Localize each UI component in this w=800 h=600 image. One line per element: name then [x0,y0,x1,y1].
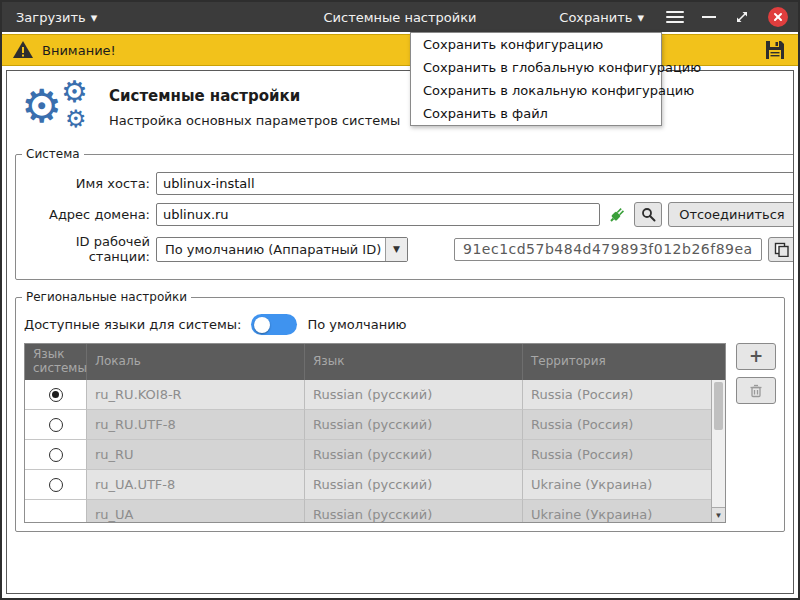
radio-button[interactable] [49,388,63,402]
disconnect-button[interactable]: Отсоединиться [668,202,794,227]
regional-fieldset: Региональные настройки Доступные языки д… [15,290,785,532]
domain-search-button[interactable] [634,202,662,227]
search-icon [641,207,656,222]
save-dropdown-button[interactable]: Сохранить ▾ [553,6,650,29]
chevron-down-icon: ▾ [637,10,644,25]
titlebar-actions: Сохранить ▾ [553,5,790,29]
page-title: Системные настройки [109,87,400,105]
save-dropdown-label: Сохранить [559,10,632,25]
expand-icon [734,9,750,25]
station-id-label: ID рабочей станции: [24,234,150,264]
menu-item-save-to-file[interactable]: Сохранить в файл [411,102,661,125]
domain-row: Адрес домена: [24,202,794,227]
table-row[interactable]: ru_UA Russian (русский) Ukraine (Украина… [25,500,725,522]
hamburger-icon [666,8,684,26]
minimize-icon [702,16,716,18]
table-row[interactable]: ru_UA.UTF-8 Russian (русский) Ukraine (У… [25,470,725,500]
app-window: Загрузить ▾ Системные настройки Сохранит… [0,0,800,600]
languages-toggle-label: Доступные языки для системы: [24,317,241,332]
hostname-input[interactable] [156,172,794,195]
languages-toggle-row: Доступные языки для системы: По умолчани… [24,314,776,335]
load-dropdown-label: Загрузить [16,10,86,25]
menu-item-save-local-config[interactable]: Сохранить в локальную конфигурацию [411,79,661,102]
connection-plug-icon [607,205,627,225]
row-radio-cell [25,410,87,440]
table-row[interactable]: ru_RU.UTF-8 Russian (русский) Russia (Ро… [25,410,725,440]
cell-territory: Russia (Россия) [523,410,725,440]
cell-territory: Ukraine (Украина) [523,500,725,522]
arrow-down-icon: ▼ [715,511,723,520]
radio-button[interactable] [49,478,63,492]
domain-label: Адрес домена: [24,207,150,222]
titlebar: Загрузить ▾ Системные настройки Сохранит… [2,2,798,32]
system-fieldset: Система Имя хоста: Адрес домена: [15,147,794,280]
chevron-down-icon: ▼ [385,238,407,261]
table-row[interactable]: ru_RU.KOI8-R Russian (русский) Russia (Р… [25,380,725,410]
warning-label: Внимание! [42,43,116,58]
cell-language: Russian (русский) [305,500,523,522]
cell-territory: Russia (Россия) [523,380,725,410]
scrollbar-thumb[interactable] [714,382,723,430]
floppy-disk-icon [764,39,786,61]
station-id-value: 91ec1cd57b484d479893f012b26f89ea [454,238,762,261]
cell-language: Russian (русский) [305,380,523,410]
row-radio-cell [25,470,87,500]
chevron-down-icon: ▾ [91,10,98,25]
col-header-territory: Территория [523,344,725,380]
menu-button[interactable] [664,6,686,28]
page-subtitle: Настройка основных параметров системы [109,113,400,128]
copy-id-button[interactable] [768,237,794,262]
languages-toggle-state-label: По умолчанию [307,317,406,332]
col-header-system-language: Язык системы [25,344,87,380]
cell-language: Russian (русский) [305,410,523,440]
station-id-row: ID рабочей станции: По умолчанию (Аппара… [24,234,794,264]
plus-icon: + [749,348,763,365]
save-file-button[interactable] [762,37,788,63]
cell-locale: ru_RU.KOI8-R [87,380,305,410]
minimize-button[interactable] [700,14,718,20]
domain-input[interactable] [156,203,600,226]
trash-icon [749,383,763,398]
maximize-button[interactable] [732,7,752,27]
table-row[interactable]: ru_RU Russian (русский) Russia (Россия) [25,440,725,470]
regional-legend: Региональные настройки [22,290,191,304]
col-header-language: Язык [305,344,523,380]
add-locale-button[interactable]: + [736,343,776,370]
copy-icon [774,242,789,257]
station-id-selected-option: По умолчанию (Аппаратный ID) [157,242,385,257]
load-dropdown-button[interactable]: Загрузить ▾ [10,6,103,29]
table-body: ru_RU.KOI8-R Russian (русский) Russia (Р… [25,380,725,522]
system-legend: Система [22,147,84,161]
cell-territory: Russia (Россия) [523,440,725,470]
close-icon [768,7,788,27]
cell-territory: Ukraine (Украина) [523,470,725,500]
languages-toggle[interactable] [251,314,297,335]
cell-locale: ru_RU.UTF-8 [87,410,305,440]
cell-language: Russian (русский) [305,440,523,470]
table-side-buttons: + [726,343,776,404]
table-scrollbar[interactable]: ▼ [711,380,725,522]
station-id-select[interactable]: По умолчанию (Аппаратный ID) ▼ [156,237,408,262]
menu-item-save-config[interactable]: Сохранить конфигурацию [411,33,661,56]
close-button[interactable] [766,5,790,29]
cell-locale: ru_UA.UTF-8 [87,470,305,500]
row-radio-cell [25,440,87,470]
hostname-label: Имя хоста: [24,176,150,191]
col-header-locale: Локаль [87,344,305,380]
delete-locale-button[interactable] [736,377,776,404]
row-radio-cell [25,500,87,522]
table-header-row: Язык системы Локаль Язык Территория [25,344,725,380]
radio-button[interactable] [49,448,63,462]
main-content: ⚙ ⚙ ⚙ Системные настройки Настройка осно… [6,70,794,594]
warning-icon [12,40,34,60]
cell-locale: ru_RU [87,440,305,470]
scroll-down-button[interactable]: ▼ [712,507,725,522]
cell-locale: ru_UA [87,500,305,522]
hostname-row: Имя хоста: [24,172,794,195]
cell-language: Russian (русский) [305,470,523,500]
row-radio-cell [25,380,87,410]
radio-button[interactable] [49,418,63,432]
menu-item-save-global-config[interactable]: Сохранить в глобальную конфигурацию [411,56,661,79]
gears-icon: ⚙ ⚙ ⚙ [21,81,109,139]
locales-table-area: Язык системы Локаль Язык Территория ru_R… [24,343,776,523]
